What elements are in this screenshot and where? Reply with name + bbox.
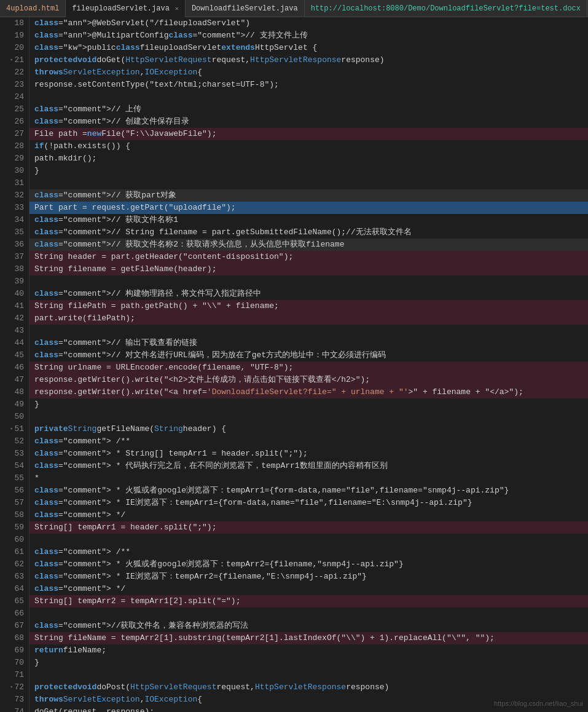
- fold-icon[interactable]: ▾: [10, 54, 13, 66]
- line-number: 34: [2, 214, 24, 226]
- code-line: File path = new File("F:\\JavawebFile");: [29, 128, 588, 140]
- code-line: class="comment"> * IE浏览器下：tempArr2={file…: [29, 571, 588, 583]
- line-number: ▾21: [2, 54, 24, 66]
- editor-area: 181920▾212223242526272829303132333435363…: [0, 17, 588, 712]
- line-number: 59: [2, 521, 24, 534]
- line-number: 29: [2, 152, 24, 165]
- code-line: class="comment"> /**: [29, 546, 588, 558]
- line-number: 18: [2, 17, 24, 30]
- code-line: *: [29, 472, 588, 485]
- line-number: 40: [2, 288, 24, 300]
- code-line: [29, 411, 588, 423]
- code-line: response.getWriter().write("<h2>文件上传成功，请…: [29, 374, 588, 386]
- tab-downloadfile-servlet[interactable]: DownloadfileServlet.java: [186, 0, 305, 17]
- line-number: 58: [2, 509, 24, 521]
- line-number: ▾51: [2, 423, 24, 435]
- line-number: 46: [2, 362, 24, 374]
- line-number: 73: [2, 694, 24, 706]
- tab-close-icon[interactable]: ✕: [175, 5, 179, 12]
- code-line: }: [29, 398, 588, 411]
- code-line: class="comment"> * String[] tempArr1 = h…: [29, 448, 588, 460]
- code-line: class="kw">public class fileuploadServle…: [29, 42, 588, 54]
- line-number: 52: [2, 435, 24, 448]
- code-line: class="comment">// 创建文件保存目录: [29, 116, 588, 128]
- code-line: [29, 91, 588, 103]
- line-number: 42: [2, 312, 24, 325]
- tab-label: fileuploadServlet.java: [72, 4, 169, 13]
- tab-url[interactable]: http://localhost:8080/Demo/DownloadfileS…: [305, 0, 587, 17]
- line-number: 64: [2, 583, 24, 595]
- code-line: class="comment">//获取文件名，兼容各种浏览器的写法: [29, 620, 588, 632]
- tab-label: http://localhost:8080/Demo/DownloadfileS…: [311, 4, 581, 13]
- line-number: 56: [2, 485, 24, 497]
- line-number: 62: [2, 558, 24, 571]
- tab-label: DownloadfileServlet.java: [192, 4, 298, 13]
- code-line: response.setContentType("text/html;chars…: [29, 79, 588, 91]
- code-line: class="comment"> */: [29, 509, 588, 521]
- code-line: [29, 325, 588, 337]
- code-line: class="comment"> * 火狐或者google浏览器下：tempAr…: [29, 485, 588, 497]
- line-number: 38: [2, 263, 24, 275]
- line-number: 24: [2, 91, 24, 103]
- line-number: 44: [2, 337, 24, 349]
- tab-bar: 4upload.html fileuploadServlet.java ✕ Do…: [0, 0, 588, 17]
- line-number: 66: [2, 607, 24, 620]
- code-line: }: [29, 657, 588, 669]
- line-number: 65: [2, 595, 24, 607]
- line-number: ▾72: [2, 681, 24, 694]
- line-number: 37: [2, 251, 24, 263]
- line-number: 20: [2, 42, 24, 54]
- code-line: class="comment"> /**: [29, 435, 588, 448]
- code-line: [29, 669, 588, 681]
- line-number: 48: [2, 386, 24, 398]
- line-number: 74: [2, 706, 24, 712]
- code-line: class="comment">// 输出下载查看的链接: [29, 337, 588, 349]
- line-number: 25: [2, 103, 24, 116]
- code-line: class="comment">// 上传: [29, 103, 588, 116]
- code-line: [29, 275, 588, 288]
- code-content[interactable]: class="ann">@WebServlet("/fileuploadServ…: [29, 17, 588, 712]
- code-line: class="comment">// 获取part对象: [29, 189, 588, 202]
- line-number: 39: [2, 275, 24, 288]
- line-number: 33: [2, 202, 24, 214]
- line-numbers: 181920▾212223242526272829303132333435363…: [0, 17, 29, 712]
- line-number: 50: [2, 411, 24, 423]
- fold-icon[interactable]: ▾: [10, 423, 13, 435]
- code-line: String[] tempArr2 = tempArr1[2].split("=…: [29, 595, 588, 607]
- fold-icon[interactable]: ▾: [10, 681, 13, 694]
- code-line: String urlname = URLEncoder.encode(filen…: [29, 362, 588, 374]
- code-line: class="comment">// 获取文件名称2：获取请求头信息，从头信息中…: [29, 239, 588, 251]
- line-number: 31: [2, 177, 24, 189]
- line-number: 70: [2, 657, 24, 669]
- tab-fileupload-servlet[interactable]: fileuploadServlet.java ✕: [66, 0, 185, 17]
- code-line: class="comment"> * 火狐或者google浏览器下：tempAr…: [29, 558, 588, 571]
- line-number: 30: [2, 165, 24, 177]
- code-line: String filename = getFileName(header);: [29, 263, 588, 275]
- code-line: [29, 177, 588, 189]
- code-line: class="comment"> */: [29, 583, 588, 595]
- line-number: 19: [2, 30, 24, 42]
- code-line: private String getFileName(String header…: [29, 423, 588, 435]
- line-number: 36: [2, 239, 24, 251]
- line-number: 60: [2, 534, 24, 546]
- tab-4upload[interactable]: 4upload.html: [0, 0, 66, 17]
- code-line: part.write(filePath);: [29, 312, 588, 325]
- code-line: [29, 534, 588, 546]
- line-number: 26: [2, 116, 24, 128]
- line-number: 27: [2, 128, 24, 140]
- tab-label: 4upload.html: [6, 4, 59, 13]
- code-line: String header = part.getHeader("content-…: [29, 251, 588, 263]
- code-line: class="comment">// 对文件名进行URL编码，因为放在了get方…: [29, 349, 588, 362]
- code-line: response.getWriter().write("<a href='Dow…: [29, 386, 588, 398]
- code-line: protected void doGet(HttpServletRequest …: [29, 54, 588, 66]
- line-number: 67: [2, 620, 24, 632]
- line-number: 22: [2, 66, 24, 79]
- line-number: 71: [2, 669, 24, 681]
- code-line: protected void doPost(HttpServletRequest…: [29, 681, 588, 694]
- code-line: class="comment">// 获取文件名称1: [29, 214, 588, 226]
- code-line: class="comment"> * IE浏览器下：tempArr1={form…: [29, 497, 588, 509]
- code-line: Part part = request.getPart("uploadfile"…: [29, 202, 588, 214]
- line-number: 68: [2, 632, 24, 644]
- code-line: class="ann">@WebServlet("/fileuploadServ…: [29, 17, 588, 30]
- line-number: 54: [2, 460, 24, 472]
